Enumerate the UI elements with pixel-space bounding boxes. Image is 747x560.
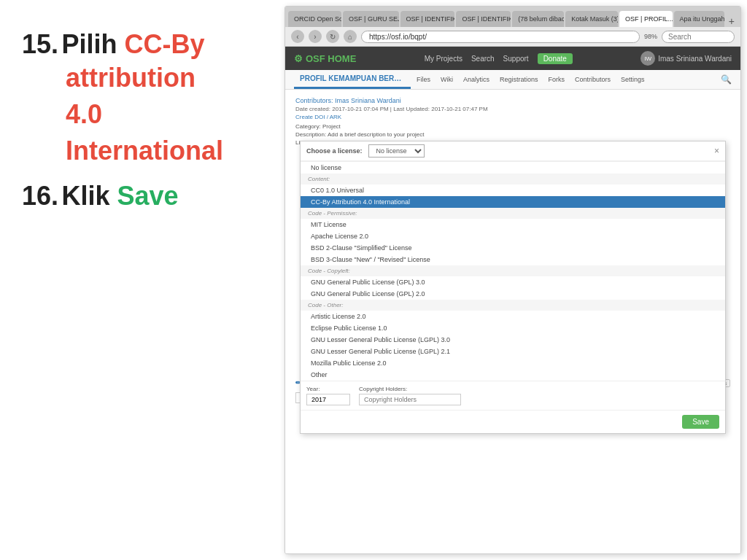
step-15-number: 15. [22, 29, 58, 59]
copyright-field-group: Copyright Holders: [359, 386, 461, 405]
license-item-gpl2[interactable]: GNU General Public License (GPL) 2.0 [301, 288, 725, 300]
year-field-group: Year: [306, 386, 350, 405]
osf-header: ⚙ OSF HOME My Projects Search Support Do… [285, 47, 740, 70]
license-item-cc0[interactable]: CC0 1.0 Universal [301, 184, 725, 196]
license-item-bsd3[interactable]: BSD 3-Clause "New" / "Revised" License [301, 254, 725, 265]
step-15: 15. Pilih CC-By [22, 29, 263, 60]
tab-guru[interactable]: OSF | GURU SEJ... [343, 11, 398, 27]
gear-icon: ⚙ [294, 53, 303, 64]
choose-license-label: Choose a license: [306, 147, 363, 155]
browser-panel: ORCID Open So... OSF | GURU SEJ... OSF |… [285, 6, 741, 554]
reload-button[interactable]: ↻ [326, 30, 339, 43]
zoom-level: 98% [644, 33, 657, 40]
modal-footer: Save [301, 410, 725, 433]
step-16-prefix: Klik [62, 181, 117, 211]
section-code-permissive: Code - Permissive: [301, 208, 725, 219]
step-15-line2: attribution [22, 63, 263, 93]
tab-belum[interactable]: (78 belum dibac... [512, 11, 564, 27]
license-item-bsd2[interactable]: BSD 2-Clause "Simplified" License [301, 242, 725, 254]
osf-logo-text: OSF HOME [306, 53, 356, 64]
nav-registrations[interactable]: Registrations [495, 71, 543, 88]
my-projects-link[interactable]: My Projects [425, 55, 462, 63]
license-modal-header: Choose a license: No license × [301, 141, 725, 161]
version-text: 4.0 [66, 99, 102, 129]
tab-profil-active[interactable]: OSF | PROFIL... × [619, 11, 672, 27]
date-row: Date created: 2017-10-21 07:04 PM | Last… [295, 106, 730, 112]
osf-logo[interactable]: ⚙ OSF HOME [294, 53, 356, 64]
main-content: Contributors: Imas Sriniana Wardani Date… [285, 90, 740, 553]
section-code-other: Code - Other: [301, 300, 725, 311]
step-15-line3: 4.0 [22, 99, 263, 130]
browser-tabs: ORCID Open So... OSF | GURU SEJ... OSF |… [285, 7, 740, 27]
license-item-ccby[interactable]: CC-By Attribution 4.0 International [301, 196, 725, 208]
international-text: International [66, 136, 223, 166]
step-15-highlight1: CC-By [125, 29, 205, 59]
support-link[interactable]: Support [503, 55, 529, 63]
new-tab-button[interactable]: + [726, 15, 738, 27]
copyright-label: Copyright Holders: [359, 386, 461, 392]
tab-identifik1[interactable]: OSF | IDENTIFIK... [400, 11, 455, 27]
search-icon[interactable]: 🔍 [721, 74, 732, 85]
category-row: Category: Project [295, 123, 730, 130]
search-input[interactable] [662, 31, 735, 43]
license-item-lgpl3[interactable]: GNU Lesser General Public License (LGPL)… [301, 334, 725, 346]
save-button[interactable]: Save [682, 415, 719, 429]
nav-settings[interactable]: Settings [616, 71, 649, 88]
search-link[interactable]: Search [471, 55, 495, 63]
back-button[interactable]: ‹ [291, 30, 304, 43]
nav-contributors[interactable]: Contributors [570, 71, 615, 88]
step-15-line4: International [22, 136, 263, 166]
contributors-row: Contributors: Imas Sriniana Wardani [295, 97, 730, 104]
year-label: Year: [306, 386, 350, 392]
tab-identifik2[interactable]: OSF | IDENTIFIK... [456, 11, 511, 27]
avatar: IW [640, 51, 655, 66]
address-input[interactable] [361, 31, 640, 43]
fields-row: Year: Copyright Holders: [301, 381, 725, 410]
username-text: Imas Sriniana Wardani [658, 55, 732, 63]
license-item-gpl3[interactable]: GNU General Public License (GPL) 3.0 [301, 276, 725, 288]
nav-forks[interactable]: Forks [544, 71, 570, 88]
license-modal: Choose a license: No license × No licens… [300, 141, 726, 434]
step-15-prefix: Pilih [62, 29, 125, 59]
license-dropdown[interactable]: No license [368, 144, 425, 158]
donate-link[interactable]: Donate [538, 53, 573, 64]
osf-nav: My Projects Search Support Donate [425, 53, 573, 64]
year-input[interactable] [306, 394, 350, 405]
license-item-nolicense[interactable]: No license [301, 162, 725, 174]
osf-user[interactable]: IW Imas Sriniana Wardani [640, 51, 732, 66]
project-title[interactable]: PROFIL KEMAMPUAN BERPIKIR KRITIS S... [294, 70, 411, 89]
copyright-input[interactable] [359, 394, 461, 405]
section-code-copyleft: Code - Copyleft: [301, 265, 725, 276]
section-content: Content: [301, 174, 725, 184]
forward-button[interactable]: › [309, 30, 322, 43]
license-item-mozilla[interactable]: Mozilla Public License 2.0 [301, 357, 725, 369]
license-item-eclipse[interactable]: Eclipse Public License 1.0 [301, 322, 725, 334]
attribution-text: attribution [66, 63, 196, 93]
close-icon[interactable]: × [714, 146, 719, 156]
instruction-panel: 15. Pilih CC-By attribution 4.0 Internat… [0, 0, 285, 560]
license-item-lgpl21[interactable]: GNU Lesser General Public License (LGPL)… [301, 346, 725, 357]
home-button[interactable]: ⌂ [344, 30, 357, 43]
tab-unggah[interactable]: Apa itu Unggah... [674, 11, 724, 27]
step-16-number: 16. [22, 181, 58, 211]
license-item-other[interactable]: Other [301, 369, 725, 381]
tab-orcid[interactable]: ORCID Open So... [288, 11, 341, 27]
license-list: No license Content: CC0 1.0 Universal CC… [301, 161, 725, 381]
license-item-apache[interactable]: Apache License 2.0 [301, 230, 725, 242]
save-highlight: Save [117, 181, 179, 211]
description-row: Description: Add a brief description to … [295, 131, 730, 138]
nav-wiki[interactable]: Wiki [436, 71, 457, 88]
project-nav: PROFIL KEMAMPUAN BERPIKIR KRITIS S... Fi… [285, 70, 740, 90]
address-bar: ‹ › ↻ ⌂ 98% [285, 27, 740, 47]
nav-analytics[interactable]: Analytics [459, 71, 494, 88]
nav-files[interactable]: Files [412, 71, 435, 88]
license-item-mit[interactable]: MIT License [301, 219, 725, 230]
license-item-artistic[interactable]: Artistic License 2.0 [301, 311, 725, 322]
doi-link[interactable]: Create DOI / ARK [295, 114, 730, 120]
step-16: 16. Klik Save [22, 181, 263, 211]
tab-kotak[interactable]: Kotak Masuk (3)... [565, 11, 618, 27]
